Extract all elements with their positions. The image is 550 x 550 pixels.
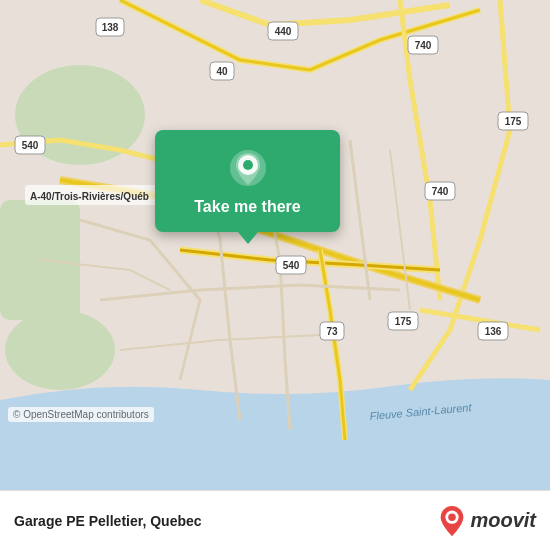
map-container: Fleuve Saint-Laurent [0,0,550,490]
svg-text:740: 740 [415,40,432,51]
popup-label: Take me there [194,198,300,216]
moovit-text: moovit [470,509,536,532]
svg-text:740: 740 [432,186,449,197]
svg-text:40: 40 [216,66,228,77]
svg-point-5 [5,310,115,390]
map-attribution: © OpenStreetMap contributors [8,407,154,422]
svg-text:A-40/Trois-Rivières/Québ: A-40/Trois-Rivières/Québ [30,191,149,202]
svg-text:175: 175 [395,316,412,327]
svg-text:136: 136 [485,326,502,337]
svg-text:540: 540 [22,140,39,151]
bottom-bar: Garage PE Pelletier, Quebec moovit [0,490,550,550]
svg-text:73: 73 [326,326,338,337]
svg-point-32 [243,160,253,170]
svg-point-34 [449,513,457,521]
svg-text:175: 175 [505,116,522,127]
svg-text:138: 138 [102,22,119,33]
svg-text:540: 540 [283,260,300,271]
moovit-logo: moovit [438,504,536,538]
svg-text:440: 440 [275,26,292,37]
location-pin-icon [228,148,268,188]
place-name: Garage PE Pelletier, Quebec [14,513,202,529]
moovit-pin-icon [438,504,466,538]
location-info: Garage PE Pelletier, Quebec [14,513,202,529]
take-me-there-popup[interactable]: Take me there [155,130,340,232]
